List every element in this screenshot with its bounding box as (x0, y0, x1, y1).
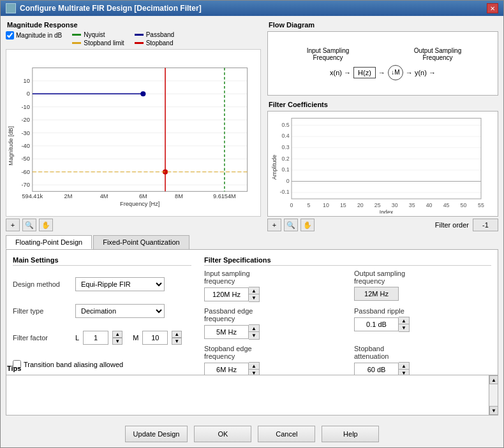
M-input[interactable] (142, 331, 168, 345)
svg-text:15: 15 (340, 202, 346, 208)
passband-ripple-up[interactable]: ▲ (399, 317, 409, 324)
legend-stopband: Stopband (135, 40, 174, 47)
coeff-pan-btn[interactable]: ✋ (300, 219, 315, 231)
output-sampling-freq-input[interactable] (354, 287, 399, 301)
specs-grid: Input samplingfrequency ▲ ▼ (204, 270, 491, 377)
svg-text:-10: -10 (21, 104, 29, 110)
mag-zoom-btn[interactable]: 🔍 (22, 219, 36, 231)
svg-text:40: 40 (426, 202, 433, 208)
bottom-section: Floating-Point Design Fixed-Point Quanti… (6, 235, 498, 361)
M-down-btn[interactable]: ▼ (172, 338, 182, 345)
tips-section: Tips ▲ ▼ (6, 365, 498, 415)
tab-fixed-point[interactable]: Fixed-Point Quantization (93, 235, 189, 249)
design-method-label: Design method (13, 280, 70, 288)
svg-text:-60: -60 (21, 169, 29, 175)
passband-ripple-input[interactable] (354, 317, 399, 331)
tips-scrollbar[interactable]: ▲ ▼ (489, 375, 498, 415)
passband-ripple-spinner: ▲ ▼ (399, 317, 410, 332)
input-sampling-freq-item: Input samplingfrequency ▲ ▼ (204, 270, 341, 302)
passband-ripple-item: Passband ripple ▲ ▼ (354, 307, 491, 340)
M-spinner-btns: ▲ ▼ (172, 331, 182, 345)
passband-edge-freq-up[interactable]: ▲ (249, 325, 259, 332)
svg-rect-18 (33, 68, 248, 191)
passband-edge-freq-input-row: ▲ ▼ (204, 324, 341, 340)
scrollbar-up-btn[interactable]: ▲ (489, 375, 498, 384)
filter-type-label: Filter type (13, 307, 70, 315)
filter-order-input[interactable]: -1 (473, 219, 498, 231)
filter-type-row: Filter type Decimation Interpolation Sam… (13, 304, 191, 318)
svg-text:10: 10 (323, 202, 329, 208)
right-section: Flow Diagram Input SamplingFrequency Out… (267, 21, 498, 231)
tab-floating-point[interactable]: Floating-Point Design (6, 235, 92, 249)
design-method-select[interactable]: Equi-Ripple FIR Least-Squares FIR Window… (75, 277, 165, 291)
svg-text:10: 10 (24, 78, 30, 84)
stopband-color (135, 42, 144, 44)
passband-edge-freq-input[interactable] (204, 325, 249, 339)
svg-text:35: 35 (409, 202, 415, 208)
coeff-zoom-btn[interactable]: 🔍 (284, 219, 298, 231)
scrollbar-down-btn[interactable]: ▼ (489, 406, 498, 415)
coeff-btns: + 🔍 ✋ (267, 219, 315, 231)
svg-text:30: 30 (392, 202, 398, 208)
filter-factor-label: Filter factor (13, 334, 70, 342)
svg-text:594.41k: 594.41k (22, 193, 43, 199)
svg-text:2M: 2M (64, 193, 73, 199)
svg-text:Frequency [Hz]: Frequency [Hz] (120, 201, 159, 207)
magnitude-db-checkbox-label[interactable]: Magnitude in dB (6, 31, 62, 40)
close-button[interactable]: ✕ (487, 3, 498, 13)
svg-text:5: 5 (307, 202, 310, 208)
passband-ripple-input-row: ▲ ▼ (354, 317, 491, 332)
filter-type-select[interactable]: Decimation Interpolation Sample-Rate Con… (75, 304, 165, 318)
magnitude-response-section: Magnitude Response Magnitude in dB Nyqui… (6, 21, 261, 231)
update-design-button[interactable]: Update Design (125, 426, 188, 442)
coeff-zoom-in-btn[interactable]: + (267, 219, 281, 231)
svg-text:-30: -30 (21, 130, 29, 136)
flow-arrow-1: → (378, 69, 385, 76)
L-up-btn[interactable]: ▲ (112, 331, 122, 338)
stopband-attenuation-label: Stopbandattenuation (354, 345, 491, 360)
svg-text:45: 45 (443, 202, 450, 208)
svg-text:55: 55 (478, 202, 484, 208)
svg-text:25: 25 (374, 202, 381, 208)
mag-response-header: Magnitude in dB Nyquist Stopband limit (6, 31, 261, 47)
L-down-btn[interactable]: ▼ (112, 338, 122, 345)
downsample-circle: ↓M (388, 65, 403, 80)
filter-order-label: Filter order (435, 221, 469, 229)
mag-zoom-in-btn[interactable]: + (6, 219, 20, 231)
input-sampling-freq-input-row: ▲ ▼ (204, 287, 341, 302)
ok-button[interactable]: OK (194, 426, 251, 442)
passband-edge-freq-down[interactable]: ▼ (249, 332, 259, 339)
input-freq-label: Input SamplingFrequency (290, 47, 366, 61)
L-input[interactable] (83, 331, 108, 345)
cancel-button[interactable]: Cancel (258, 426, 315, 442)
legend-right: Passband Stopband (135, 31, 174, 47)
mag-pan-btn[interactable]: ✋ (39, 219, 53, 231)
input-sampling-freq-down[interactable]: ▼ (249, 294, 259, 301)
M-up-btn[interactable]: ▲ (172, 331, 182, 338)
input-sampling-freq-input[interactable] (204, 287, 249, 301)
svg-text:-40: -40 (21, 143, 29, 149)
flow-labels: Input SamplingFrequency Output SamplingF… (273, 47, 493, 61)
bottom-buttons: Update Design OK Cancel Help (1, 421, 503, 447)
tips-content: ▲ ▼ (6, 375, 498, 415)
svg-text:0.2: 0.2 (281, 155, 289, 162)
input-sampling-freq-up[interactable]: ▲ (249, 287, 259, 294)
svg-text:0.3: 0.3 (281, 144, 289, 150)
filter-coeff-svg: Amplitude 0.5 0.4 0.3 0.2 0.1 0 -0.1 (271, 114, 495, 213)
y-axis-label: Magnitude [dB] (8, 126, 14, 166)
hz-box: H(z) (353, 67, 376, 78)
passband-ripple-down[interactable]: ▼ (399, 324, 409, 331)
filter-coeff-content: Amplitude 0.5 0.4 0.3 0.2 0.1 0 -0.1 (267, 111, 498, 217)
help-button[interactable]: Help (322, 426, 379, 442)
flow-diagram-title: Flow Diagram (267, 21, 498, 29)
magnitude-chart: Magnitude [dB] 10 0 -10 -20 (6, 49, 261, 217)
legend-passband: Passband (135, 31, 174, 38)
titlebar: Configure Multirate FIR Design [Decimati… (1, 1, 503, 16)
flow-diagram-content: Input SamplingFrequency Output SamplingF… (267, 31, 498, 96)
output-sampling-freq-item: Output samplingfrequency (354, 270, 491, 302)
svg-text:-0.1: -0.1 (280, 189, 290, 195)
magnitude-db-checkbox[interactable] (6, 31, 14, 40)
svg-text:0.5: 0.5 (281, 122, 289, 128)
output-sampling-freq-input-row (354, 287, 491, 301)
svg-text:-50: -50 (21, 155, 29, 162)
